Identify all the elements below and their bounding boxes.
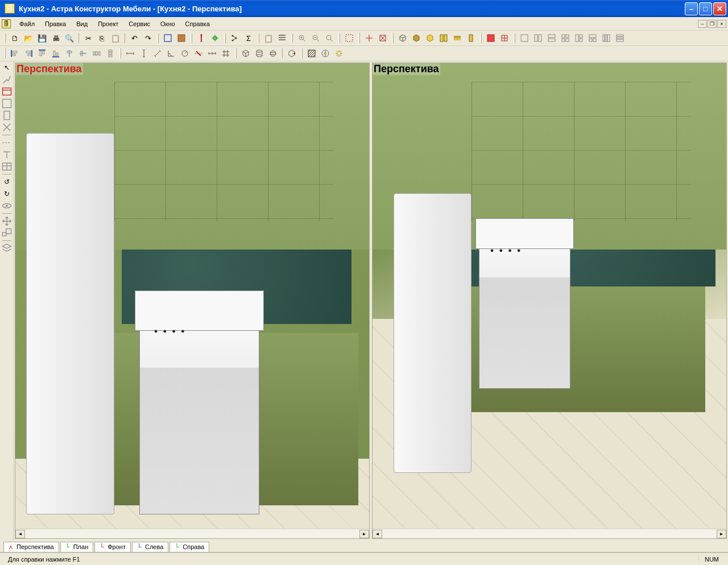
zoom-out-icon[interactable] (309, 32, 322, 44)
tab-perspective[interactable]: ⋏ Перспектива (3, 542, 59, 552)
select-rect-icon[interactable] (343, 32, 355, 44)
viewport-canvas-left[interactable]: Перспектива (15, 63, 369, 529)
preview-icon[interactable]: 🔍 (63, 32, 76, 44)
print-icon[interactable]: 🖶 (49, 32, 62, 44)
zoom-fit-icon[interactable] (323, 32, 336, 44)
3d-sphere-icon[interactable] (267, 47, 279, 60)
new-icon[interactable]: 🗋 (9, 32, 21, 44)
text-tool-icon[interactable] (1, 149, 13, 160)
panel-tool-icon[interactable] (1, 110, 13, 121)
material-icon[interactable] (175, 32, 188, 44)
box-fill-icon[interactable] (410, 32, 423, 44)
mdi-app-icon[interactable]: 🗄 (2, 19, 11, 28)
tab-right[interactable]: └ Справа (169, 542, 209, 552)
dim-angle-icon[interactable] (165, 47, 177, 60)
hscroll-left[interactable]: ◄ ► (15, 529, 369, 538)
paste-icon[interactable]: 📋 (109, 32, 122, 44)
align-center-v-icon[interactable] (77, 47, 89, 60)
snap1-icon[interactable] (363, 32, 375, 44)
layout1-icon[interactable] (518, 32, 531, 44)
wireframe-icon[interactable] (498, 32, 511, 44)
layout5-icon[interactable] (573, 32, 585, 44)
dim-aligned-icon[interactable] (151, 47, 164, 60)
layers-icon[interactable] (1, 243, 13, 254)
scroll-right-icon[interactable]: ► (359, 530, 369, 538)
scale-icon[interactable] (1, 228, 13, 238)
layout7-icon[interactable] (600, 32, 613, 44)
wall-icon[interactable] (451, 32, 464, 44)
hatch-icon[interactable] (305, 47, 318, 60)
rotate-left-icon[interactable]: ↺ (1, 177, 13, 187)
layout4-icon[interactable] (559, 32, 572, 44)
render-icon[interactable] (485, 32, 497, 44)
orbit-icon[interactable] (1, 201, 13, 211)
door-icon[interactable] (465, 32, 477, 44)
3d-cylinder-icon[interactable] (253, 47, 266, 60)
mdi-close-button[interactable]: × (717, 20, 726, 28)
sigma-icon[interactable]: Σ (242, 32, 255, 44)
zoom-in-icon[interactable] (296, 32, 308, 44)
dim-chain-icon[interactable] (206, 47, 218, 60)
viewport-canvas-right[interactable]: Перспектива (373, 63, 726, 529)
open-icon[interactable]: 📂 (22, 32, 35, 44)
cursor-icon[interactable]: ↖ (1, 63, 13, 73)
table-icon[interactable] (1, 161, 13, 172)
layout2-icon[interactable] (532, 32, 544, 44)
close-button[interactable]: ✕ (713, 2, 726, 15)
snap2-icon[interactable] (377, 32, 389, 44)
picker-icon[interactable] (1, 74, 13, 85)
move-icon[interactable] (1, 216, 13, 226)
menu-file[interactable]: Файл (14, 19, 40, 29)
layout3-icon[interactable] (545, 32, 558, 44)
align-right-icon[interactable] (22, 47, 35, 60)
mdi-restore-button[interactable]: ❐ (708, 20, 717, 28)
menu-edit[interactable]: Правка (40, 19, 71, 29)
scroll-left-icon[interactable]: ◄ (373, 530, 382, 538)
mirror-icon[interactable] (1, 122, 13, 132)
tree-icon[interactable] (229, 32, 241, 44)
wall-tool-icon[interactable] (1, 98, 13, 109)
menu-service[interactable]: Сервис (123, 19, 155, 29)
hscroll-right[interactable]: ◄ ► (373, 529, 726, 538)
distribute-v-icon[interactable] (104, 47, 117, 60)
mdi-minimize-button[interactable]: – (698, 20, 707, 28)
3d-box-icon[interactable] (239, 47, 252, 60)
redo-icon[interactable]: ↷ (142, 32, 154, 44)
fastener-icon[interactable] (209, 32, 221, 44)
copy-icon[interactable]: ⎘ (96, 32, 108, 44)
clipboard-icon[interactable]: 📋 (262, 32, 275, 44)
list-icon[interactable] (276, 32, 288, 44)
box-icon[interactable] (396, 32, 409, 44)
align-top-icon[interactable] (36, 47, 48, 60)
undo-icon[interactable]: ↶ (128, 32, 140, 44)
align-left-icon[interactable] (9, 47, 21, 60)
tab-left[interactable]: └ Слева (132, 542, 168, 552)
3d-export-icon[interactable] (286, 47, 298, 60)
window-icon[interactable] (1, 86, 13, 97)
align-center-h-icon[interactable] (63, 47, 76, 60)
menu-help[interactable]: Справка (180, 19, 215, 29)
menu-project[interactable]: Проект (93, 19, 123, 29)
dim-horizontal-icon[interactable] (124, 47, 136, 60)
rotate-right-icon[interactable]: ↻ (1, 189, 13, 199)
menu-window[interactable]: Окно (155, 19, 180, 29)
compass-icon[interactable] (319, 47, 332, 60)
dim-grid-icon[interactable] (220, 47, 232, 60)
cut-icon[interactable]: ✂ (82, 32, 94, 44)
menu-view[interactable]: Вид (71, 19, 93, 29)
scroll-right-icon[interactable]: ► (717, 530, 726, 538)
minimize-button[interactable]: – (685, 2, 698, 15)
align-bottom-icon[interactable] (49, 47, 62, 60)
maximize-button[interactable]: □ (699, 2, 712, 15)
layout8-icon[interactable] (614, 32, 626, 44)
save-icon[interactable]: 💾 (36, 32, 48, 44)
catalog-icon[interactable] (437, 32, 450, 44)
tab-front[interactable]: └ Фронт (94, 542, 131, 552)
distribute-h-icon[interactable] (90, 47, 103, 60)
dim-remove-icon[interactable] (192, 47, 205, 60)
dim-tool-icon[interactable] (1, 138, 13, 148)
dim-vertical-icon[interactable] (138, 47, 150, 60)
explode-icon[interactable] (333, 47, 345, 60)
tab-plan[interactable]: └ План (60, 542, 94, 552)
drill-icon[interactable] (195, 32, 208, 44)
